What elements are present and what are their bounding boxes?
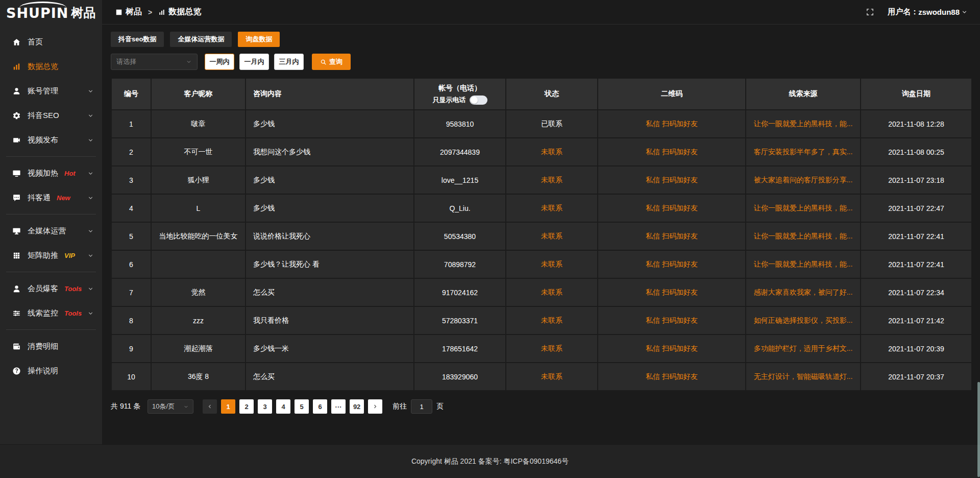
table-row: 7觉然怎么买917024162未联系私信 扫码加好友感谢大家喜欢我家，被问了好.… xyxy=(111,278,972,306)
prev-page-button[interactable] xyxy=(203,399,217,414)
page-button-92[interactable]: 92 xyxy=(350,399,364,414)
cell-qr[interactable]: 私信 扫码加好友 xyxy=(598,334,746,363)
sidebar-item-label: 账号管理 xyxy=(28,86,58,96)
scrollbar-thumb[interactable] xyxy=(977,382,980,477)
breadcrumb-item-data-overview[interactable]: 数据总览 xyxy=(158,7,201,17)
cell-qr[interactable]: 私信 扫码加好友 xyxy=(598,306,746,334)
user-menu[interactable]: 用户名： zswodun88 xyxy=(888,7,968,17)
page-button-6[interactable]: 6 xyxy=(313,399,327,414)
cell-qr[interactable]: 私信 扫码加好友 xyxy=(598,250,746,278)
tab-douyin-seo-data[interactable]: 抖音seo数据 xyxy=(111,32,164,47)
phone-only-toggle[interactable] xyxy=(470,95,487,105)
cell-no: 2 xyxy=(111,138,151,166)
home-icon xyxy=(12,38,21,46)
page-button-1[interactable]: 1 xyxy=(221,399,235,414)
tab-omnimedia-data[interactable]: 全媒体运营数据 xyxy=(170,32,232,47)
sidebar-item-home[interactable]: 首页 xyxy=(0,30,102,54)
cell-source[interactable]: 客厅安装投影半年多了，真实... xyxy=(746,138,861,166)
cell-source[interactable]: 被大家追着问的客厅投影分享... xyxy=(746,166,861,194)
period-button[interactable]: 一月内 xyxy=(239,54,269,70)
sidebar-item-label: 操作说明 xyxy=(28,366,58,376)
cell-nickname: 潮起潮落 xyxy=(151,334,246,363)
sidebar-item-member-baoke[interactable]: 会员爆客Tools xyxy=(0,276,102,301)
sidebar-divider xyxy=(6,272,96,272)
sidebar-item-douyin-seo[interactable]: 抖音SEO xyxy=(0,103,102,128)
period-button[interactable]: 一周内 xyxy=(205,54,234,70)
tab-inquiry-data[interactable]: 询盘数据 xyxy=(238,32,280,47)
cell-qr[interactable]: 私信 扫码加好友 xyxy=(598,138,746,166)
query-button[interactable]: 查询 xyxy=(312,54,351,70)
cell-status: 未联系 xyxy=(506,334,598,363)
cell-nickname xyxy=(151,250,246,278)
breadcrumb-item-shupin[interactable]: 树品 xyxy=(115,7,142,17)
gear-icon xyxy=(12,111,21,120)
page-ellipsis[interactable]: ··· xyxy=(331,399,346,414)
sidebar-item-label: 全媒体运营 xyxy=(28,226,66,236)
cell-status: 已联系 xyxy=(506,110,598,138)
breadcrumb-separator: > xyxy=(148,8,152,16)
page-button-2[interactable]: 2 xyxy=(239,399,254,414)
cell-qr[interactable]: 私信 扫码加好友 xyxy=(598,363,746,391)
cell-date: 2021-11-07 21:42 xyxy=(861,306,972,334)
cell-no: 10 xyxy=(111,363,151,391)
cell-source[interactable]: 如何正确选择投影仪，买投影... xyxy=(746,306,861,334)
cell-content: 说说价格让我死心 xyxy=(246,222,414,250)
sidebar-item-data-overview[interactable]: 数据总览 xyxy=(0,54,102,79)
sidebar-item-badge: New xyxy=(57,194,70,202)
sidebar-item-lead-monitor[interactable]: 线索监控Tools xyxy=(0,301,102,325)
filter-select[interactable]: 请选择 xyxy=(111,54,198,70)
cell-qr[interactable]: 私信 扫码加好友 xyxy=(598,222,746,250)
cell-source[interactable]: 无主灯设计，智能磁吸轨道灯... xyxy=(746,363,861,391)
chevron-down-icon xyxy=(183,404,189,410)
col-header-content: 咨询内容 xyxy=(246,78,414,110)
cell-no: 9 xyxy=(111,334,151,363)
sidebar-item-badge: Tools xyxy=(64,285,82,293)
cell-source[interactable]: 让你一眼就爱上的黑科技，能... xyxy=(746,222,861,250)
cell-source[interactable]: 多功能护栏灯，适用于乡村文... xyxy=(746,334,861,363)
chevron-down-icon xyxy=(87,195,94,201)
page-button-4[interactable]: 4 xyxy=(276,399,290,414)
fullscreen-icon[interactable] xyxy=(866,8,874,16)
sidebar-item-consume-detail[interactable]: 消费明细 xyxy=(0,334,102,358)
cell-no: 6 xyxy=(111,250,151,278)
cell-source[interactable]: 感谢大家喜欢我家，被问了好... xyxy=(746,278,861,306)
sidebar-item-operation-guide[interactable]: 操作说明 xyxy=(0,358,102,383)
sidebar-item-doukertong[interactable]: 抖客通New xyxy=(0,185,102,210)
table-row: 9潮起潮落多少钱一米178651642未联系私信 扫码加好友多功能护栏灯，适用于… xyxy=(111,334,972,363)
toggle-knob xyxy=(471,97,478,104)
page-size-select[interactable]: 10条/页 xyxy=(148,399,193,414)
cell-content: 怎么买 xyxy=(246,363,414,391)
cell-account: 9583810 xyxy=(414,110,506,138)
question-icon xyxy=(12,367,21,375)
chevron-down-icon xyxy=(87,310,94,317)
cell-status: 未联系 xyxy=(506,166,598,194)
sidebar-item-matrix-boost[interactable]: 矩阵助推VIP xyxy=(0,243,102,268)
sliders-icon xyxy=(12,309,21,318)
page-button-5[interactable]: 5 xyxy=(295,399,309,414)
cell-qr[interactable]: 私信 扫码加好友 xyxy=(598,110,746,138)
wallet-icon xyxy=(12,342,21,351)
goto-page-input[interactable] xyxy=(411,399,432,414)
cell-source[interactable]: 让你一眼就爱上的黑科技，能... xyxy=(746,194,861,222)
breadcrumb-label: 树品 xyxy=(126,7,142,17)
sidebar-item-label: 视频加热 xyxy=(28,169,58,178)
cell-account: 178651642 xyxy=(414,334,506,363)
cell-account: 50534380 xyxy=(414,222,506,250)
cell-source[interactable]: 让你一眼就爱上的黑科技，能... xyxy=(746,250,861,278)
cell-qr[interactable]: 私信 扫码加好友 xyxy=(598,278,746,306)
sidebar-item-video-heat[interactable]: 视频加热Hot xyxy=(0,161,102,185)
cell-no: 1 xyxy=(111,110,151,138)
next-page-button[interactable] xyxy=(368,399,382,414)
col-header-date: 询盘日期 xyxy=(861,78,972,110)
sidebar-item-account-mgmt[interactable]: 账号管理 xyxy=(0,79,102,103)
cell-qr[interactable]: 私信 扫码加好友 xyxy=(598,194,746,222)
sidebar-item-video-publish[interactable]: 视频发布 xyxy=(0,128,102,152)
page-button-3[interactable]: 3 xyxy=(258,399,272,414)
sidebar-item-omnimedia[interactable]: 全媒体运营 xyxy=(0,219,102,243)
table-row: 4L多少钱Q_Liu.未联系私信 扫码加好友让你一眼就爱上的黑科技，能...20… xyxy=(111,194,972,222)
sidebar-item-badge: VIP xyxy=(64,252,75,259)
cell-source[interactable]: 让你一眼就爱上的黑科技，能... xyxy=(746,110,861,138)
sidebar-item-label: 线索监控 xyxy=(28,308,58,318)
period-button[interactable]: 三月内 xyxy=(274,54,304,70)
cell-qr[interactable]: 私信 扫码加好友 xyxy=(598,166,746,194)
